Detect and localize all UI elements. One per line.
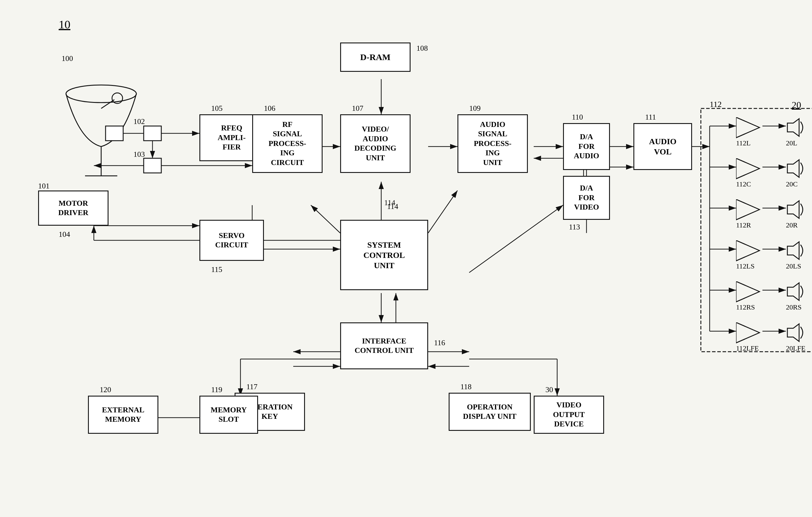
svg-rect-11 xyxy=(144,158,161,173)
svg-line-28 xyxy=(311,205,340,233)
label-120: 120 xyxy=(100,386,111,394)
label-20RS: 20RS xyxy=(786,303,802,311)
label-group-20: 20 xyxy=(792,100,801,111)
label-118: 118 xyxy=(460,383,471,391)
svg-marker-72 xyxy=(736,281,759,302)
video-output-block: VIDEO OUTPUT DEVICE xyxy=(534,396,604,434)
external-memory-block: EXTERNAL MEMORY xyxy=(88,396,158,434)
svg-marker-64 xyxy=(736,117,759,138)
label-101: 101 xyxy=(38,182,50,190)
label-20L: 20L xyxy=(786,139,798,147)
video-audio-decoding-block: VIDEO/ AUDIO DECODING UNIT xyxy=(340,114,410,173)
label-100: 100 xyxy=(62,54,73,63)
svg-marker-69 xyxy=(787,201,799,218)
svg-line-31 xyxy=(428,190,458,233)
memory-slot-block: MEMORY SLOT xyxy=(199,396,258,434)
diagram-title: 10 xyxy=(59,18,70,31)
motor-driver-block: MOTOR DRIVER xyxy=(38,190,109,226)
label-112L: 112L xyxy=(736,139,751,147)
label-112RS: 112RS xyxy=(736,303,755,311)
svg-marker-74 xyxy=(736,323,759,343)
label-119: 119 xyxy=(211,386,222,394)
operation-display-block: OPERATION DISPLAY UNIT xyxy=(449,393,531,431)
label-113: 113 xyxy=(569,223,580,232)
svg-point-2 xyxy=(66,85,136,102)
rf-signal-block: RF SIGNAL PROCESS- ING CIRCUIT xyxy=(252,114,323,173)
label-114: 114 xyxy=(387,202,398,211)
svg-marker-75 xyxy=(787,324,799,341)
label-112LS: 112LS xyxy=(736,262,755,270)
label-104: 104 xyxy=(59,230,70,239)
da-video-block: D/A FOR VIDEO xyxy=(563,176,610,220)
label-111: 111 xyxy=(645,113,656,122)
svg-marker-66 xyxy=(736,158,759,179)
audio-vol-block: AUDIO VOL xyxy=(633,123,692,170)
label-20LFE: 20LFE xyxy=(786,344,806,352)
label-110: 110 xyxy=(572,113,583,122)
label-102: 102 xyxy=(134,117,145,126)
label-103: 103 xyxy=(134,150,145,159)
label-105: 105 xyxy=(211,104,223,113)
label-106: 106 xyxy=(264,104,276,113)
svg-rect-7 xyxy=(106,126,123,141)
label-116: 116 xyxy=(434,338,445,347)
label-112: 112 xyxy=(709,100,722,109)
da-audio-block: D/A FOR AUDIO xyxy=(563,123,610,170)
svg-marker-67 xyxy=(787,160,799,177)
interface-control-block: INTERFACE CONTROL UNIT xyxy=(340,323,428,369)
label-30: 30 xyxy=(546,386,553,394)
label-109: 109 xyxy=(469,104,481,113)
svg-marker-73 xyxy=(787,283,799,300)
label-112R: 112R xyxy=(736,221,751,229)
label-20C: 20C xyxy=(786,180,798,188)
svg-marker-71 xyxy=(787,242,799,260)
system-control-block: SYSTEM CONTROL UNIT xyxy=(340,220,428,290)
svg-rect-9 xyxy=(144,126,161,141)
label-115: 115 xyxy=(211,265,222,274)
label-20LS: 20LS xyxy=(786,262,801,270)
label-20R: 20R xyxy=(786,221,798,229)
svg-marker-65 xyxy=(787,119,799,136)
diagram-container: 114 113 xyxy=(0,0,812,517)
svg-line-32 xyxy=(469,205,563,273)
label-108: 108 xyxy=(416,44,428,53)
dram-block: D-RAM xyxy=(340,42,410,72)
svg-marker-70 xyxy=(736,240,759,261)
svg-marker-68 xyxy=(736,199,759,220)
label-107: 107 xyxy=(352,104,363,113)
label-117: 117 xyxy=(246,383,258,391)
label-112C: 112C xyxy=(736,180,751,188)
audio-signal-block: AUDIO SIGNAL PROCESS- ING UNIT xyxy=(458,114,528,173)
servo-circuit-block: SERVO CIRCUIT xyxy=(199,220,264,261)
label-112LFE: 112LFE xyxy=(736,344,759,352)
